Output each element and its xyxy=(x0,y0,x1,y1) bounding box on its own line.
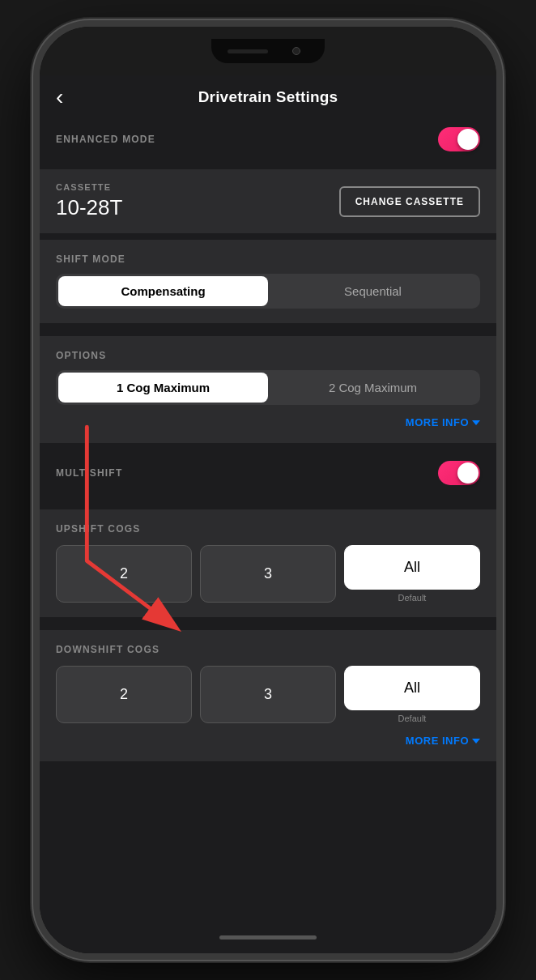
downshift-2-button[interactable]: 2 xyxy=(56,666,192,723)
content: ENHANCED MODE CASSETTE 10-28T CHANGE CAS… xyxy=(40,116,496,921)
options-more-info-chevron-icon xyxy=(472,420,480,425)
speaker xyxy=(228,49,268,53)
options-more-info-label: MORE INFO xyxy=(406,416,469,428)
downshift-more-info-chevron-icon xyxy=(472,739,480,744)
upshift-buttons: 2 3 All Default xyxy=(56,545,480,603)
back-button[interactable]: ‹ xyxy=(56,86,63,109)
phone-frame: ‹ Drivetrain Settings ENHANCED MODE CASS… xyxy=(33,20,503,960)
phone-top xyxy=(40,27,496,75)
downshift-section: DOWNSHIFT COGS 2 3 All Default xyxy=(40,630,496,761)
multishift-toggle-knob xyxy=(457,462,479,484)
enhanced-mode-label: ENHANCED MODE xyxy=(56,134,155,145)
upshift-default-label: Default xyxy=(398,593,427,603)
upshift-3-wrap: 3 xyxy=(200,545,336,603)
multishift-row: MULTISHIFT xyxy=(40,450,496,496)
notch xyxy=(211,39,325,63)
upshift-section: UPSHIFT COGS 2 3 All Default xyxy=(40,509,496,617)
toggle-knob xyxy=(457,129,479,150)
downshift-more-info-row: MORE INFO xyxy=(56,735,480,747)
downshift-default-label: Default xyxy=(398,714,427,723)
phone-outer: ‹ Drivetrain Settings ENHANCED MODE CASS… xyxy=(0,0,536,980)
shift-mode-label: SHIFT MODE xyxy=(56,254,125,265)
multishift-label: MULTISHIFT xyxy=(56,467,122,479)
options-section: OPTIONS 1 Cog Maximum 2 Cog Maximum MORE… xyxy=(40,336,496,443)
downshift-3-button[interactable]: 3 xyxy=(200,666,336,723)
camera-dot xyxy=(292,47,300,55)
cassette-value: 10-28T xyxy=(56,195,122,220)
home-bar xyxy=(219,935,317,940)
downshift-label: DOWNSHIFT COGS xyxy=(56,644,160,655)
downshift-all-wrap: All Default xyxy=(344,666,480,723)
option-2cog[interactable]: 2 Cog Maximum xyxy=(268,373,478,403)
option-1cog[interactable]: 1 Cog Maximum xyxy=(58,373,268,403)
options-segment: 1 Cog Maximum 2 Cog Maximum xyxy=(56,370,480,405)
shift-mode-compensating[interactable]: Compensating xyxy=(58,276,268,306)
upshift-2-button[interactable]: 2 xyxy=(56,545,192,603)
upshift-2-wrap: 2 xyxy=(56,545,192,603)
shift-mode-section: SHIFT MODE Compensating Sequential xyxy=(40,240,496,323)
downshift-more-info-label: MORE INFO xyxy=(406,735,469,747)
upshift-3-button[interactable]: 3 xyxy=(200,545,336,603)
upshift-all-button[interactable]: All xyxy=(344,545,480,590)
downshift-all-button[interactable]: All xyxy=(344,666,480,710)
upshift-all-wrap: All Default xyxy=(344,545,480,603)
options-more-info-button[interactable]: MORE INFO xyxy=(406,416,480,428)
change-cassette-button[interactable]: CHANGE CASSETTE xyxy=(339,186,480,217)
options-more-info-row: MORE INFO xyxy=(56,416,480,428)
enhanced-mode-toggle[interactable] xyxy=(438,127,480,151)
page-title: Drivetrain Settings xyxy=(198,88,338,106)
upshift-label: UPSHIFT COGS xyxy=(56,523,140,535)
options-label: OPTIONS xyxy=(56,350,106,361)
multishift-toggle[interactable] xyxy=(438,461,480,485)
enhanced-mode-row: ENHANCED MODE xyxy=(40,116,496,163)
header: ‹ Drivetrain Settings xyxy=(40,75,496,116)
cassette-row: CASSETTE 10-28T CHANGE CASSETTE xyxy=(40,169,496,233)
downshift-2-wrap: 2 xyxy=(56,666,192,723)
cassette-label: CASSETTE xyxy=(56,182,122,192)
shift-mode-segment: Compensating Sequential xyxy=(56,274,480,309)
downshift-more-info-button[interactable]: MORE INFO xyxy=(406,735,480,747)
screen: ‹ Drivetrain Settings ENHANCED MODE CASS… xyxy=(40,75,496,953)
cassette-info: CASSETTE 10-28T xyxy=(56,182,122,220)
shift-mode-sequential[interactable]: Sequential xyxy=(268,276,478,306)
downshift-buttons: 2 3 All Default xyxy=(56,666,480,723)
home-indicator xyxy=(40,921,496,953)
downshift-3-wrap: 3 xyxy=(200,666,336,723)
